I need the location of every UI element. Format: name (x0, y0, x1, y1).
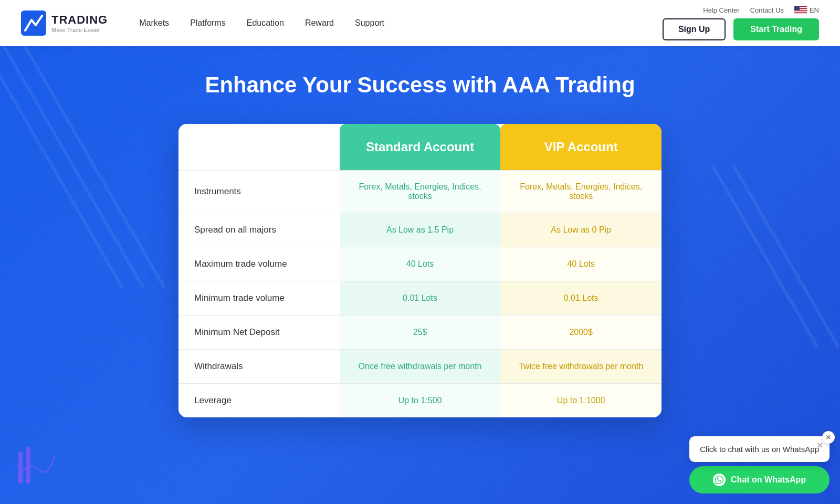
comparison-table: Standard Account VIP Account Instruments… (178, 124, 662, 417)
table-header-empty (178, 124, 340, 170)
table-row: Minimum Net Deposit 25$ 2000$ (178, 315, 662, 349)
nav-support[interactable]: Support (355, 18, 384, 28)
row-standard-spread: As Low as 1.5 Pip (340, 213, 501, 247)
whatsapp-tooltip-text: Click to chat with us on WhatsApp (700, 445, 819, 454)
header-buttons: Sign Up Start Trading (663, 18, 819, 40)
row-label-deposit: Minimum Net Deposit (178, 316, 340, 349)
nav-markets[interactable]: Markets (139, 18, 169, 28)
logo-subtitle: Make Trade Easier (51, 27, 108, 33)
vip-account-header: VIP Account (500, 124, 662, 170)
table-header: Standard Account VIP Account (178, 124, 662, 170)
lang-label: EN (810, 6, 819, 14)
row-standard-leverage: Up to 1:500 (340, 384, 501, 417)
header-left: TRADING Make Trade Easier Markets Platfo… (21, 10, 384, 36)
table-row: Maximum trade volume 40 Lots 40 Lots (178, 247, 662, 281)
row-vip-instruments: Forex, Metals, Energies, Indices, stocks (500, 171, 662, 213)
language-selector[interactable]: EN (794, 6, 819, 14)
help-center-link[interactable]: Help Center (703, 6, 739, 14)
logo-text: TRADING Make Trade Easier (51, 13, 108, 33)
whatsapp-tooltip: Click to chat with us on WhatsApp ✕ (689, 436, 830, 462)
row-standard-withdrawals: Once free withdrawals per month (340, 350, 501, 383)
main-content: Enhance Your Success with AAA Trading St… (0, 46, 840, 504)
row-label-withdrawals: Withdrawals (178, 350, 340, 383)
tooltip-x-button[interactable]: ✕ (822, 431, 835, 444)
svg-rect-8 (794, 13, 807, 14)
row-standard-max-volume: 40 Lots (340, 247, 501, 281)
table-row: Leverage Up to 1:500 Up to 1:1000 (178, 383, 662, 417)
row-label-min-volume: Minimum trade volume (178, 281, 340, 315)
page-title: Enhance Your Success with AAA Trading (205, 72, 635, 98)
whatsapp-chat-button[interactable]: Chat on WhatsApp (689, 466, 830, 494)
svg-rect-10 (18, 452, 23, 484)
tooltip-close-button[interactable]: ✕ (816, 440, 823, 450)
table-row: Spread on all majors As Low as 1.5 Pip A… (178, 213, 662, 247)
nav-reward[interactable]: Reward (305, 18, 334, 28)
nav-platforms[interactable]: Platforms (190, 18, 226, 28)
flag-icon (794, 6, 807, 14)
row-vip-max-volume: 40 Lots (500, 247, 662, 281)
header-right: Help Center Contact Us EN Sign Up Start … (663, 6, 819, 40)
row-standard-min-volume: 0.01 Lots (340, 281, 501, 315)
row-label-spread: Spread on all majors (178, 213, 340, 247)
start-trading-button[interactable]: Start Trading (733, 18, 819, 40)
logo-title: TRADING (51, 13, 108, 27)
top-links: Help Center Contact Us EN (703, 6, 819, 14)
standard-account-header: Standard Account (340, 124, 501, 170)
contact-us-link[interactable]: Contact Us (750, 6, 784, 14)
table-row: Minimum trade volume 0.01 Lots 0.01 Lots (178, 281, 662, 315)
row-standard-deposit: 25$ (340, 316, 501, 349)
whatsapp-tooltip-container: Click to chat with us on WhatsApp ✕ ✕ (689, 436, 830, 462)
row-label-leverage: Leverage (178, 384, 340, 417)
table-row: Instruments Forex, Metals, Energies, Ind… (178, 170, 662, 213)
svg-rect-9 (794, 6, 800, 10)
row-label-max-volume: Maximum trade volume (178, 247, 340, 281)
svg-rect-11 (26, 447, 30, 484)
row-vip-deposit: 2000$ (500, 316, 662, 349)
table-row: Withdrawals Once free withdrawals per mo… (178, 349, 662, 383)
signup-button[interactable]: Sign Up (663, 18, 726, 40)
row-standard-instruments: Forex, Metals, Energies, Indices, stocks (340, 171, 501, 213)
nav-education[interactable]: Education (247, 18, 284, 28)
whatsapp-btn-label: Chat on WhatsApp (731, 475, 806, 485)
whatsapp-icon (713, 474, 726, 486)
row-vip-min-volume: 0.01 Lots (500, 281, 662, 315)
decorative-icon (16, 444, 58, 494)
svg-rect-7 (794, 11, 807, 12)
row-vip-withdrawals: Twice free withdrawals per month (500, 350, 662, 383)
logo-icon (21, 10, 46, 36)
header: TRADING Make Trade Easier Markets Platfo… (0, 0, 840, 46)
logo[interactable]: TRADING Make Trade Easier (21, 10, 108, 36)
main-nav: Markets Platforms Education Reward Suppo… (139, 18, 384, 28)
row-vip-spread: As Low as 0 Pip (500, 213, 662, 247)
row-label-instruments: Instruments (178, 171, 340, 213)
row-vip-leverage: Up to 1:1000 (500, 384, 662, 417)
whatsapp-widget: Click to chat with us on WhatsApp ✕ ✕ Ch… (689, 436, 830, 494)
